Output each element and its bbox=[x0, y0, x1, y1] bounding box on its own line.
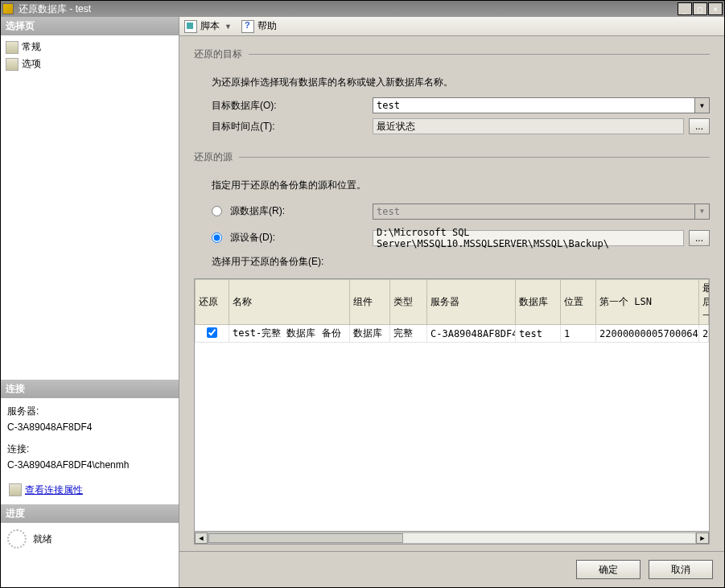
cell-component: 数据库 bbox=[350, 325, 390, 343]
cell-database: test bbox=[516, 325, 561, 343]
properties-icon bbox=[9, 483, 22, 496]
horizontal-scrollbar[interactable]: ◄ ► bbox=[195, 531, 709, 544]
progress-header: 进度 bbox=[1, 504, 179, 523]
server-label: 服务器: bbox=[7, 403, 172, 419]
source-device-browse-button[interactable]: ... bbox=[689, 230, 710, 246]
col-name[interactable]: 名称 bbox=[229, 280, 350, 325]
progress-spinner-icon bbox=[7, 529, 27, 549]
content-pane: 脚本 ▼ 帮助 还原的目标 为还原操作选择现有数据库的名称或键入新数据库名称。 … bbox=[179, 17, 724, 587]
cell-position: 1 bbox=[561, 325, 596, 343]
source-db-value: test bbox=[377, 206, 400, 217]
script-button[interactable]: 脚本 bbox=[200, 19, 220, 33]
target-time-label: 目标时间点(T): bbox=[212, 120, 373, 134]
scroll-right-button[interactable]: ► bbox=[696, 532, 709, 544]
source-group: 还原的源 bbox=[194, 150, 710, 164]
target-desc: 为还原操作选择现有数据库的名称或键入新数据库名称。 bbox=[212, 76, 710, 89]
ok-button[interactable]: 确定 bbox=[576, 560, 641, 579]
col-component[interactable]: 组件 bbox=[350, 280, 390, 325]
target-db-label: 目标数据库(O): bbox=[212, 99, 373, 113]
source-desc: 指定用于还原的备份集的源和位置。 bbox=[212, 179, 710, 192]
cell-type: 完整 bbox=[390, 325, 427, 343]
app-icon bbox=[2, 3, 14, 14]
source-db-combo: test ▼ bbox=[373, 204, 710, 220]
main-area: 选择页 常规 选项 连接 服务器: C-3A89048AF8DF4 连接: C-… bbox=[1, 17, 724, 587]
target-db-combo[interactable]: test ▼ bbox=[373, 97, 710, 113]
scroll-left-button[interactable]: ◄ bbox=[195, 532, 208, 544]
connection-header: 连接 bbox=[1, 380, 179, 398]
col-position[interactable]: 位置 bbox=[561, 280, 596, 325]
cell-first-lsn: 22000000005700064 bbox=[596, 325, 699, 343]
source-device-radio-label: 源设备(D): bbox=[230, 231, 275, 245]
help-icon bbox=[241, 20, 254, 33]
col-server[interactable]: 服务器 bbox=[427, 280, 516, 325]
cell-server: C-3A89048AF8DF4 bbox=[427, 325, 516, 343]
sidebar-item-label: 选项 bbox=[22, 57, 41, 71]
help-button[interactable]: 帮助 bbox=[257, 19, 277, 33]
target-time-browse-button[interactable]: ... bbox=[689, 118, 710, 134]
page-icon bbox=[6, 41, 19, 54]
cancel-button[interactable]: 取消 bbox=[649, 560, 713, 579]
maximize-button[interactable]: □ bbox=[693, 2, 707, 15]
source-device-display: D:\Microsoft SQL Server\MSSQL10.MSSQLSER… bbox=[373, 230, 684, 246]
table-row[interactable]: test-完整 数据库 备份 数据库 完整 C-3A89048AF8DF4 te… bbox=[196, 325, 709, 343]
col-first-lsn[interactable]: 第一个 LSN bbox=[596, 280, 699, 325]
script-dropdown-icon[interactable]: ▼ bbox=[223, 23, 233, 31]
target-time-value: 最近状态 bbox=[377, 120, 415, 134]
backupset-label: 选择用于还原的备份集(E): bbox=[212, 255, 710, 269]
view-connection-link[interactable]: 查看连接属性 bbox=[25, 482, 83, 498]
chevron-down-icon[interactable]: ▼ bbox=[694, 98, 709, 113]
sidebar-item-label: 常规 bbox=[22, 40, 41, 54]
source-db-radio-label: 源数据库(R): bbox=[230, 204, 285, 218]
script-icon bbox=[184, 20, 197, 33]
cell-last-lsn: 220000 bbox=[699, 325, 709, 343]
dialog-footer: 确定 取消 bbox=[179, 551, 724, 587]
scroll-track[interactable] bbox=[208, 532, 696, 544]
target-time-display: 最近状态 bbox=[373, 118, 684, 134]
titlebar[interactable]: 还原数据库 - test _ □ × bbox=[1, 1, 724, 17]
form-area: 还原的目标 为还原操作选择现有数据库的名称或键入新数据库名称。 目标数据库(O)… bbox=[179, 36, 724, 551]
connection-label: 连接: bbox=[7, 441, 172, 457]
page-icon bbox=[6, 58, 19, 71]
source-device-value: D:\Microsoft SQL Server\MSSQL10.MSSQLSER… bbox=[377, 227, 680, 249]
col-type[interactable]: 类型 bbox=[390, 280, 427, 325]
backupset-grid[interactable]: 还原 名称 组件 类型 服务器 数据库 位置 第一个 LSN 最后一 bbox=[194, 278, 710, 545]
grid-header-row: 还原 名称 组件 类型 服务器 数据库 位置 第一个 LSN 最后一 bbox=[196, 280, 709, 325]
restore-checkbox[interactable] bbox=[207, 327, 217, 338]
col-database[interactable]: 数据库 bbox=[516, 280, 561, 325]
close-button[interactable]: × bbox=[708, 2, 723, 15]
dialog-window: 还原数据库 - test _ □ × 选择页 常规 选项 连接 服 bbox=[0, 0, 725, 588]
source-group-label: 还原的源 bbox=[194, 150, 233, 164]
sidebar: 选择页 常规 选项 连接 服务器: C-3A89048AF8DF4 连接: C-… bbox=[1, 17, 179, 587]
col-restore[interactable]: 还原 bbox=[196, 280, 229, 325]
select-page-header: 选择页 bbox=[1, 17, 179, 35]
target-group-label: 还原的目标 bbox=[194, 47, 242, 61]
scroll-thumb[interactable] bbox=[208, 533, 403, 543]
view-connection-properties[interactable]: 查看连接属性 bbox=[7, 480, 172, 500]
connection-section: 服务器: C-3A89048AF8DF4 连接: C-3A89048AF8DF4… bbox=[1, 398, 179, 504]
progress-status: 就绪 bbox=[33, 532, 52, 546]
cell-name: test-完整 数据库 备份 bbox=[229, 325, 350, 343]
progress-row: 就绪 bbox=[1, 523, 179, 555]
source-db-radio[interactable] bbox=[212, 206, 222, 216]
source-device-radio[interactable] bbox=[212, 232, 222, 243]
chevron-down-icon: ▼ bbox=[694, 204, 709, 219]
sidebar-item-options[interactable]: 选项 bbox=[4, 56, 175, 72]
window-title: 还原数据库 - test bbox=[19, 2, 677, 16]
toolbar: 脚本 ▼ 帮助 bbox=[179, 17, 724, 36]
minimize-button[interactable]: _ bbox=[678, 2, 692, 15]
sidebar-item-general[interactable]: 常规 bbox=[4, 39, 175, 56]
col-last-lsn[interactable]: 最后一 bbox=[699, 280, 709, 325]
target-group: 还原的目标 bbox=[194, 47, 710, 61]
connection-value: C-3A89048AF8DF4\chenmh bbox=[7, 457, 172, 473]
target-db-value: test bbox=[377, 100, 400, 111]
server-value: C-3A89048AF8DF4 bbox=[7, 419, 172, 435]
